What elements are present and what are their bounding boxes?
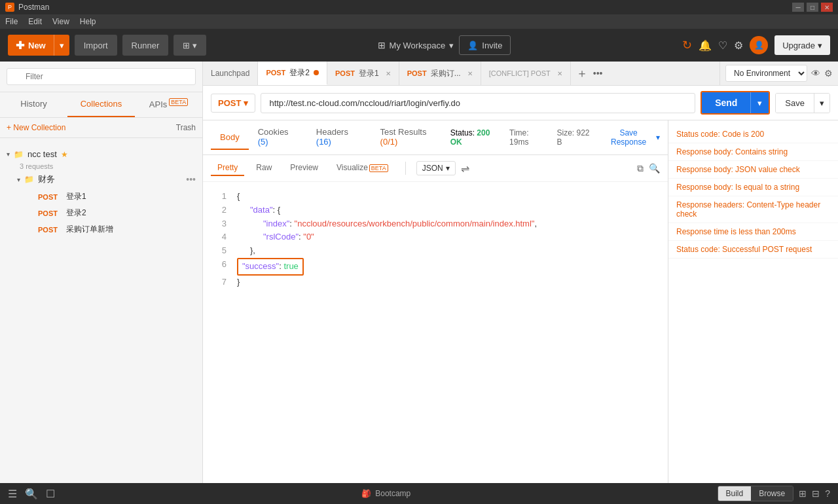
search-response-button[interactable]: 🔍 <box>649 163 660 174</box>
sidebar-toggle-button[interactable]: ☰ <box>8 488 17 500</box>
app-title: Postman <box>18 3 49 12</box>
trash-button[interactable]: Trash <box>176 123 196 132</box>
code-line-4: 4 "rslCode": "0" <box>213 230 657 244</box>
console-button[interactable]: ☐ <box>46 488 55 500</box>
format-visualize[interactable]: VisualizeBETA <box>330 160 395 176</box>
save-response-button[interactable]: Save Response ▾ <box>604 128 660 147</box>
star-icon: ★ <box>61 150 68 159</box>
upgrade-button[interactable]: Upgrade ▾ <box>774 35 830 55</box>
format-preview[interactable]: Preview <box>283 160 325 176</box>
maximize-button[interactable]: □ <box>807 3 818 12</box>
environment-selector[interactable]: No Environment <box>725 65 807 82</box>
save-button[interactable]: Save <box>776 94 814 113</box>
subfolder-more-button[interactable]: ••• <box>186 174 196 185</box>
collection-header[interactable]: ▾ 📁 ncc test ★ <box>7 146 196 162</box>
browse-button[interactable]: Browse <box>751 486 793 501</box>
request-item-1[interactable]: POST 登录2 <box>38 205 196 221</box>
tab-apis[interactable]: APIsBETA <box>135 92 202 117</box>
layout-button[interactable]: ⊞ <box>799 486 807 501</box>
subfolder-header[interactable]: ▾ 📁 财务 ••• <box>17 170 196 189</box>
tab-launchpad[interactable]: Launchpad <box>203 62 258 85</box>
tab-conflict-label: [CONFLICT] POST <box>489 69 551 77</box>
tab-close-conflict[interactable]: ✕ <box>557 70 562 77</box>
menu-file[interactable]: File <box>5 17 18 26</box>
test-result-6[interactable]: Status code: Successful POST request <box>668 241 838 259</box>
save-button-arrow[interactable]: ▾ <box>814 94 829 113</box>
tabs-bar: Launchpad POST 登录2 POST 登录1 ✕ POST 采购订..… <box>203 62 720 85</box>
tab-add-button[interactable]: ＋ <box>576 67 588 79</box>
subfolder-item: ▾ 📁 财务 ••• POST 登录1 POST 登录2 POST <box>17 170 196 238</box>
subfolder-folder-icon: 📁 <box>24 175 34 184</box>
settings-button[interactable]: ⚙ <box>734 39 743 52</box>
resp-tab-cookies[interactable]: Cookies (5) <box>249 120 307 154</box>
resp-tab-test-results[interactable]: Test Results (0/1) <box>371 120 450 154</box>
new-button[interactable]: ✚ New ▾ <box>8 35 69 56</box>
search-global-button[interactable]: 🔍 <box>25 488 38 500</box>
tabs-actions: ＋ ••• <box>576 67 603 79</box>
minimize-button[interactable]: ─ <box>792 3 804 12</box>
tab-more-button[interactable]: ••• <box>593 68 603 79</box>
tab-post-login2[interactable]: POST 登录2 <box>258 62 327 85</box>
json-format-selector[interactable]: JSON ▾ <box>416 161 456 175</box>
method-badge-1: POST <box>38 209 61 217</box>
tab-close-purchase[interactable]: ✕ <box>467 70 473 77</box>
test-result-4[interactable]: Response headers: Content-Type header ch… <box>668 196 838 223</box>
notifications-button[interactable]: 🔔 <box>699 39 712 52</box>
tab-post-login1[interactable]: POST 登录1 ✕ <box>327 62 399 85</box>
runner-button[interactable]: Runner <box>122 35 169 56</box>
import-button[interactable]: Import <box>75 35 117 56</box>
tab-conflict[interactable]: [CONFLICT] POST ✕ <box>481 62 571 85</box>
workspace-chevron: ▾ <box>449 41 454 50</box>
requests-count: 3 requests <box>20 162 196 170</box>
tab-method-login1: POST <box>335 69 355 77</box>
workspace-selector[interactable]: ⊞ My Workspace ▾ <box>378 40 454 50</box>
format-pretty[interactable]: Pretty <box>211 160 244 176</box>
build-browse-toggle: Build Browse <box>718 486 794 501</box>
wrap-button[interactable]: ⇌ <box>461 162 469 175</box>
test-result-2[interactable]: Response body: JSON value check <box>668 161 838 179</box>
help-button[interactable]: ? <box>825 486 830 501</box>
bootcamp-button[interactable]: 🎒 Bootcamp <box>361 489 410 498</box>
invite-button[interactable]: 👤 Invite <box>459 35 511 55</box>
copy-button[interactable]: ⧉ <box>637 163 644 174</box>
close-button[interactable]: ✕ <box>821 3 833 12</box>
code-line-6: 6 "success": true <box>213 258 657 276</box>
url-input[interactable] <box>261 93 695 113</box>
menu-view[interactable]: View <box>52 17 69 26</box>
split-button[interactable]: ⊟ <box>812 486 820 501</box>
search-wrapper: 🔍 <box>7 68 196 85</box>
format-raw[interactable]: Raw <box>249 160 278 176</box>
send-button-arrow[interactable]: ▾ <box>750 92 769 113</box>
heart-button[interactable]: ♡ <box>718 39 727 52</box>
menu-help[interactable]: Help <box>80 17 96 26</box>
search-input[interactable] <box>7 68 196 85</box>
env-settings-button[interactable]: ⚙ <box>824 68 833 79</box>
resp-tab-headers[interactable]: Headers (16) <box>307 120 371 154</box>
request-item-0[interactable]: POST 登录1 <box>38 189 196 205</box>
test-result-0[interactable]: Status code: Code is 200 <box>668 126 838 143</box>
tab-collections[interactable]: Collections <box>67 92 135 117</box>
send-button[interactable]: Send <box>702 92 750 113</box>
tab-history[interactable]: History <box>0 92 67 117</box>
tab-method-purchase: POST <box>407 69 427 77</box>
test-result-5[interactable]: Response time is less than 200ms <box>668 223 838 241</box>
proxy-button[interactable]: ⊞ ▾ <box>173 35 206 56</box>
sync-button[interactable]: ↻ <box>682 38 692 52</box>
tab-close-login1[interactable]: ✕ <box>386 70 391 77</box>
request-item-2[interactable]: POST 采购订单新增 <box>38 221 196 238</box>
method-selector[interactable]: POST ▾ <box>211 94 255 113</box>
build-button[interactable]: Build <box>718 486 752 501</box>
new-collection-button[interactable]: + New Collection <box>7 123 65 132</box>
new-button-arrow[interactable]: ▾ <box>54 35 69 56</box>
new-button-main[interactable]: ✚ New <box>8 39 54 52</box>
menu-edit[interactable]: Edit <box>28 17 42 26</box>
test-result-1[interactable]: Response body: Contains string <box>668 143 838 161</box>
avatar[interactable]: 👤 <box>750 36 768 54</box>
resp-tab-body[interactable]: Body <box>211 126 249 150</box>
env-eye-button[interactable]: 👁 <box>811 68 820 79</box>
code-line-3: 3 "index": "nccloud/resources/workbench/… <box>213 217 657 231</box>
test-result-3[interactable]: Response body: Is equal to a string <box>668 179 838 196</box>
invite-icon: 👤 <box>467 41 478 50</box>
code-line-2: 2 "data": { <box>213 204 657 217</box>
tab-post-purchase[interactable]: POST 采购订... ✕ <box>399 62 481 85</box>
